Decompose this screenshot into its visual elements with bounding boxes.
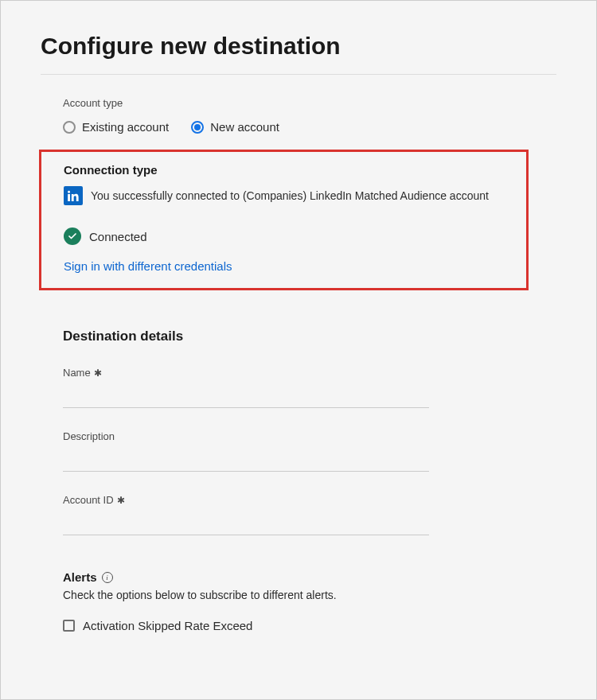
field-label-text: Account ID (63, 494, 114, 506)
alerts-heading-text: Alerts (63, 570, 97, 584)
account-type-label: Account type (63, 97, 556, 109)
destination-details-section: Destination details Name ✱ Description A… (41, 329, 556, 632)
alerts-heading: Alerts i (63, 570, 556, 584)
connection-message: You successfully connected to (Companies… (91, 189, 489, 202)
radio-icon (63, 121, 76, 134)
account-id-input[interactable] (63, 509, 429, 535)
checkbox-label: Activation Skipped Rate Exceed (83, 619, 252, 632)
radio-existing-account[interactable]: Existing account (63, 120, 169, 134)
connection-status-label: Connected (89, 230, 147, 243)
radio-label: New account (210, 120, 279, 134)
info-icon[interactable]: i (102, 572, 113, 583)
required-star-icon: ✱ (94, 368, 102, 379)
linkedin-icon (64, 186, 83, 205)
field-label: Name ✱ (63, 367, 556, 379)
radio-dot-icon (194, 124, 201, 130)
connection-type-heading: Connection type (64, 163, 504, 177)
field-label: Description (63, 430, 556, 442)
account-type-section: Account type Existing account New accoun… (41, 97, 556, 134)
field-label-text: Name (63, 367, 91, 379)
page-title: Configure new destination (41, 33, 556, 60)
radio-label: Existing account (82, 120, 169, 134)
alerts-description: Check the options below to subscribe to … (63, 589, 556, 601)
required-star-icon: ✱ (117, 495, 125, 506)
sign-in-different-link[interactable]: Sign in with different credentials (64, 259, 232, 273)
field-description: Description (63, 430, 556, 472)
field-label: Account ID ✱ (63, 494, 556, 506)
connection-type-box: Connection type You successfully connect… (39, 150, 529, 290)
radio-new-account[interactable]: New account (191, 120, 279, 134)
field-label-text: Description (63, 430, 115, 442)
connection-message-row: You successfully connected to (Companies… (64, 186, 504, 205)
description-input[interactable] (63, 445, 429, 472)
page-container: Configure new destination Account type E… (0, 0, 597, 700)
destination-details-heading: Destination details (63, 329, 556, 344)
radio-icon (191, 121, 204, 134)
checkbox-icon (63, 620, 75, 632)
connection-status-row: Connected (64, 228, 504, 245)
divider (41, 74, 556, 75)
field-name: Name ✱ (63, 367, 556, 408)
check-circle-icon (64, 228, 81, 245)
name-input[interactable] (63, 382, 429, 408)
account-type-radio-group: Existing account New account (63, 120, 556, 134)
field-account-id: Account ID ✱ (63, 494, 556, 535)
alert-option-activation-skipped[interactable]: Activation Skipped Rate Exceed (63, 619, 556, 632)
